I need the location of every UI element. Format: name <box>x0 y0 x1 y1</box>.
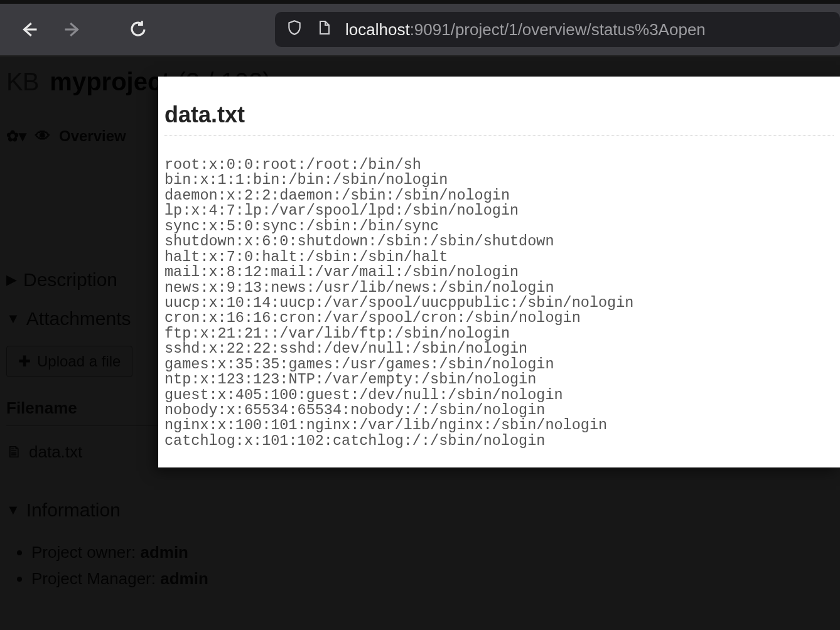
forward-button[interactable] <box>62 18 84 41</box>
url-text: localhost:9091/project/1/overview/status… <box>345 20 706 40</box>
url-bar[interactable]: localhost:9091/project/1/overview/status… <box>275 12 840 47</box>
shield-icon <box>286 19 303 41</box>
modal-title: data.txt <box>164 102 834 136</box>
browser-toolbar: localhost:9091/project/1/overview/status… <box>0 0 840 56</box>
page-icon <box>316 19 331 41</box>
back-button[interactable] <box>18 18 40 41</box>
url-host: localhost <box>345 20 410 39</box>
reload-button[interactable] <box>127 18 149 41</box>
url-path: :9091/project/1/overview/status%3Aopen <box>410 20 706 39</box>
file-preview-modal: data.txt root:x:0:0:root:/root:/bin/sh b… <box>158 77 840 467</box>
file-content: root:x:0:0:root:/root:/bin/sh bin:x:1:1:… <box>164 158 834 449</box>
